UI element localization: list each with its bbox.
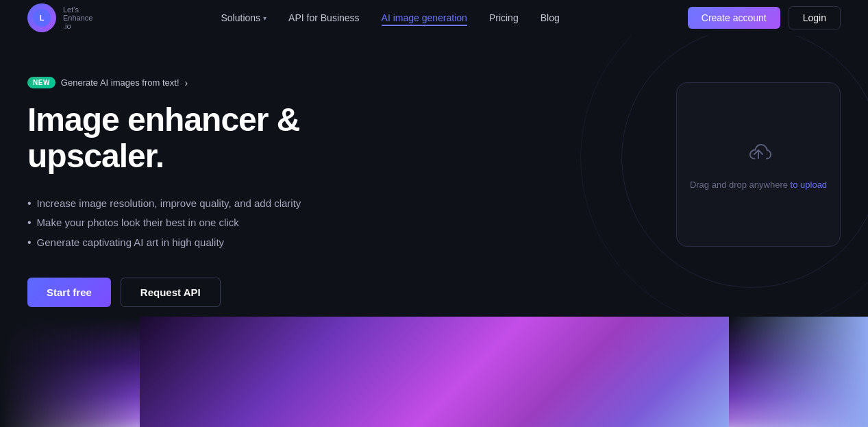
blog-label: Blog <box>541 12 560 23</box>
nav-links: Solutions ▾ API for Business AI image ge… <box>221 12 559 24</box>
nav-item-api[interactable]: API for Business <box>288 12 360 24</box>
solutions-label: Solutions <box>221 12 260 23</box>
blog-link[interactable]: Blog <box>541 12 560 23</box>
bullet-2-text: Make your photos look their best in one … <box>37 213 239 232</box>
ai-link[interactable]: AI image generation <box>382 12 467 26</box>
solutions-link[interactable]: Solutions ▾ <box>221 12 266 23</box>
bottom-image-section <box>0 317 868 427</box>
upload-text-label: Drag and drop anywhere <box>690 180 791 190</box>
navigation: L Let's Enhance .io Solutions ▾ <box>0 0 868 36</box>
chevron-down-icon: ▾ <box>263 14 266 22</box>
bullet-3: Generate captivating AI art in high qual… <box>27 233 425 253</box>
new-badge[interactable]: NEW Generate AI images from text! › <box>27 77 188 88</box>
bullet-1-text: Increase image resolution, improve quali… <box>37 194 301 212</box>
badge-arrow-icon: › <box>185 77 188 88</box>
bottom-left-fade <box>0 317 137 427</box>
ai-label: AI image generation <box>382 12 467 23</box>
logo[interactable]: L Let's Enhance .io <box>27 3 92 32</box>
upload-link[interactable]: to upload <box>791 180 828 190</box>
logo-line3: .io <box>63 22 92 30</box>
hero-cta: Start free Request API <box>27 278 425 307</box>
logo-icon: L <box>27 3 56 32</box>
request-api-button[interactable]: Request API <box>121 278 221 307</box>
create-account-button[interactable]: Create account <box>688 7 780 29</box>
hero-content: NEW Generate AI images from text! › Imag… <box>27 69 425 307</box>
logo-text: Let's Enhance .io <box>63 5 92 30</box>
login-button[interactable]: Login <box>789 6 841 29</box>
upload-widget[interactable]: Drag and drop anywhere to upload <box>676 82 841 247</box>
bullet-2: Make your photos look their best in one … <box>27 213 425 233</box>
nav-item-solutions[interactable]: Solutions ▾ <box>221 12 266 23</box>
hero-section: NEW Generate AI images from text! › Imag… <box>0 36 868 310</box>
bottom-right-fade <box>731 317 868 427</box>
start-free-button[interactable]: Start free <box>27 278 111 307</box>
logo-line1: Let's <box>63 5 92 14</box>
badge-text: Generate AI images from text! <box>61 77 179 88</box>
bullet-3-text: Generate captivating AI art in high qual… <box>37 233 225 252</box>
nav-item-ai[interactable]: AI image generation <box>382 12 467 24</box>
hero-bullets: Increase image resolution, improve quali… <box>27 194 425 253</box>
api-link[interactable]: API for Business <box>288 12 360 23</box>
pricing-link[interactable]: Pricing <box>489 12 519 23</box>
upload-cloud-icon <box>743 139 773 170</box>
api-label: API for Business <box>288 12 360 23</box>
hero-title: Image enhancer & upscaler. <box>27 102 425 175</box>
nav-item-pricing[interactable]: Pricing <box>489 12 519 24</box>
nav-actions: Create account Login <box>688 6 841 29</box>
bottom-gradient-image <box>140 317 729 427</box>
svg-text:L: L <box>40 14 45 22</box>
badge-new-label: NEW <box>27 77 55 88</box>
bullet-1: Increase image resolution, improve quali… <box>27 194 425 214</box>
logo-line2: Enhance <box>63 14 92 22</box>
nav-item-blog[interactable]: Blog <box>541 12 560 24</box>
hero-upload-area: Drag and drop anywhere to upload <box>676 69 841 247</box>
pricing-label: Pricing <box>489 12 519 23</box>
upload-text: Drag and drop anywhere to upload <box>690 180 827 190</box>
